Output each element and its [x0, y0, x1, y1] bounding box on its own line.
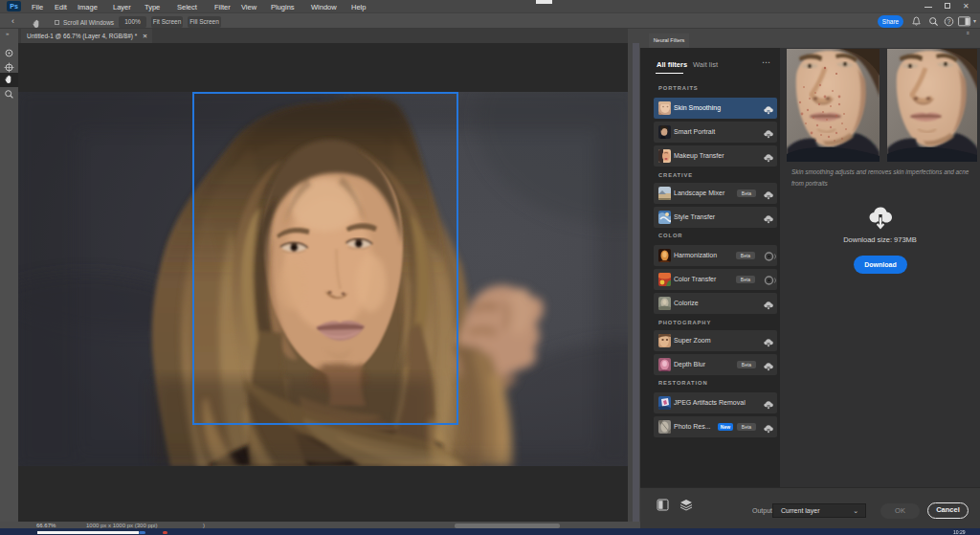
svg-text:?: ?	[947, 18, 951, 25]
